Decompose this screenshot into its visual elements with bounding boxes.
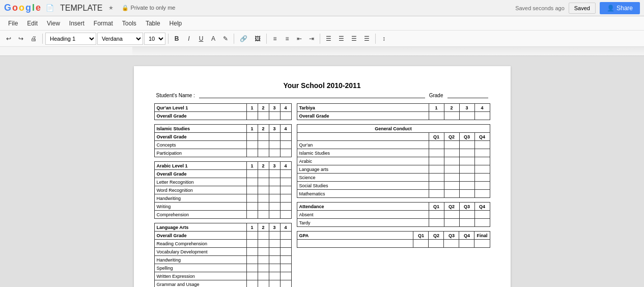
gc-quran-row: Qur'an <box>297 141 490 149</box>
doc-title: TEMPLATE <box>60 4 102 13</box>
quran-col1: 1 <box>246 104 258 112</box>
quran-overall-label: Overall Grade <box>154 112 246 120</box>
toolbar-sep-3 <box>234 34 234 44</box>
quran-col3: 3 <box>269 104 280 112</box>
toolbar-sep-6 <box>375 34 376 44</box>
grade-line <box>447 93 488 98</box>
gc-science-row: Science <box>297 174 490 182</box>
arabic-overall-row: Overall Grade <box>154 170 291 178</box>
quran-col4: 4 <box>280 104 291 112</box>
undo-button[interactable]: ↩ <box>3 33 14 45</box>
line-spacing-button[interactable]: ↕ <box>378 33 389 45</box>
attendance-table: Attendance Q1 Q2 Q3 Q4 Absent Tardy <box>297 202 490 227</box>
decrease-indent-button[interactable]: ⇤ <box>294 33 305 45</box>
gc-math-row: Mathematics <box>297 190 490 198</box>
islamic-participation-row: Participation <box>154 149 291 157</box>
quran-overall-q3 <box>269 112 280 120</box>
saved-button[interactable]: Saved <box>569 3 596 14</box>
italic-button[interactable]: I <box>183 33 194 45</box>
quran-overall-q4 <box>280 112 291 120</box>
gc-arabic-row: Arabic <box>297 157 490 165</box>
grade-label: Grade <box>429 93 443 98</box>
la-handwriting-row: Handwriting <box>154 256 291 264</box>
redo-button[interactable]: ↪ <box>15 33 26 45</box>
menu-edit[interactable]: Edit <box>23 18 42 29</box>
image-button[interactable]: 🖼 <box>251 33 264 45</box>
link-button[interactable]: 🔗 <box>237 33 250 45</box>
tarbiya-table: Tarbiya 1 2 3 4 Overall Grade <box>297 103 490 120</box>
menu-format[interactable]: Format <box>90 18 117 29</box>
quran-table: Qur'an Level 1 1 2 3 4 Overall Grade <box>154 103 292 120</box>
islamic-overall-row: Overall Grade <box>154 133 291 141</box>
ol-button[interactable]: ≡ <box>269 33 281 45</box>
left-column: Qur'an Level 1 1 2 3 4 Overall Grade <box>154 103 292 287</box>
share-button[interactable]: 👤 Share <box>600 2 640 14</box>
font-color-button[interactable]: A <box>208 33 219 45</box>
general-conduct-table: General Conduct Q1 Q2 Q3 Q4 Qur'an I <box>297 124 490 198</box>
person-icon: 👤 <box>607 5 614 12</box>
islamic-table: Islamic Studies 1 2 3 4 Overall Grade Co… <box>154 124 292 157</box>
la-written-row: Written Expression <box>154 272 291 280</box>
template-badge: ★ <box>108 5 114 11</box>
right-column: Tarbiya 1 2 3 4 Overall Grade General Co… <box>297 103 490 287</box>
size-select[interactable]: 10pt 8pt 12pt <box>144 33 165 45</box>
print-button[interactable]: 🖨 <box>27 33 40 45</box>
font-select[interactable]: Verdana Arial Times New Roman <box>97 33 143 45</box>
student-name-label: Student's Name : <box>156 93 195 98</box>
quran-overall-q1 <box>246 112 258 120</box>
main-layout: Qur'an Level 1 1 2 3 4 Overall Grade <box>154 103 490 287</box>
islamic-concepts-row: Concepts <box>154 141 291 149</box>
quran-overall-q2 <box>258 112 269 120</box>
ruler-inner <box>132 47 644 55</box>
style-select[interactable]: Heading 1 Normal Heading 2 <box>45 33 96 45</box>
islamic-header-row: Islamic Studies 1 2 3 4 <box>154 125 291 133</box>
ruler <box>0 47 644 56</box>
increase-indent-button[interactable]: ⇥ <box>306 33 317 45</box>
arabic-letter-row: Letter Recognition <box>154 178 291 186</box>
bold-button[interactable]: B <box>171 33 182 45</box>
gpa-header-row: GPA Q1 Q2 Q3 Q4 Final <box>297 232 490 240</box>
highlight-button[interactable]: ✎ <box>220 33 231 45</box>
arabic-table: Arabic Level 1 1 2 3 4 Overall Grade Let… <box>154 161 292 219</box>
menu-table[interactable]: Table <box>142 18 164 29</box>
google-logo: Google <box>4 3 41 13</box>
islamic-label: Islamic Studies <box>154 125 246 133</box>
align-right-button[interactable]: ☰ <box>348 33 360 45</box>
saved-status: Saved seconds ago <box>515 5 565 11</box>
gc-language-row: Language arts <box>297 165 490 174</box>
toolbar-sep-2 <box>168 34 169 44</box>
quran-header-row: Qur'an Level 1 1 2 3 4 <box>154 104 291 112</box>
toolbar: ↩ ↪ 🖨 Heading 1 Normal Heading 2 Verdana… <box>0 31 644 47</box>
language-arts-table: Language Arts 1 2 3 4 Overall Grade Read… <box>154 223 292 287</box>
align-center-button[interactable]: ☰ <box>335 33 347 45</box>
private-badge: 🔒 Private to only me <box>122 5 175 11</box>
menu-tools[interactable]: Tools <box>118 18 141 29</box>
menu-file[interactable]: File <box>4 18 22 29</box>
arabic-handwriting-row: Handwriting <box>154 194 291 203</box>
la-header-row: Language Arts 1 2 3 4 <box>154 223 291 232</box>
menu-view[interactable]: View <box>43 18 64 29</box>
menu-insert[interactable]: Insert <box>65 18 89 29</box>
justify-button[interactable]: ☰ <box>361 33 373 45</box>
ul-button[interactable]: ≡ <box>282 33 293 45</box>
att-header-row: Attendance Q1 Q2 Q3 Q4 <box>297 203 490 211</box>
gpa-data-row <box>297 240 490 248</box>
arabic-word-row: Word Recognition <box>154 186 291 194</box>
menu-help[interactable]: Help <box>165 18 186 29</box>
att-tardy-row: Tardy <box>297 219 490 227</box>
top-right-actions: Saved seconds ago Saved 👤 Share <box>515 2 640 14</box>
top-bar: Google 📄 TEMPLATE ★ 🔒 Private to only me… <box>0 0 644 16</box>
docs-icon: 📄 <box>46 4 54 12</box>
doc-page: Your School 2010-2011 Student's Name : G… <box>134 66 511 287</box>
gpa-table: GPA Q1 Q2 Q3 Q4 Final <box>297 231 490 248</box>
student-grade-row: Student's Name : Grade <box>154 93 490 98</box>
la-overall-row: Overall Grade <box>154 232 291 240</box>
toolbar-sep-1 <box>42 34 43 44</box>
underline-button[interactable]: U <box>195 33 207 45</box>
align-left-button[interactable]: ☰ <box>323 33 334 45</box>
la-reading-row: Reading Comprehension <box>154 240 291 248</box>
doc-area[interactable]: Your School 2010-2011 Student's Name : G… <box>0 56 644 287</box>
arabic-writing-row: Writing <box>154 203 291 211</box>
gc-islamic-row: Islamic Studies <box>297 149 490 157</box>
la-grammar-row: Grammar and Usage <box>154 280 291 288</box>
